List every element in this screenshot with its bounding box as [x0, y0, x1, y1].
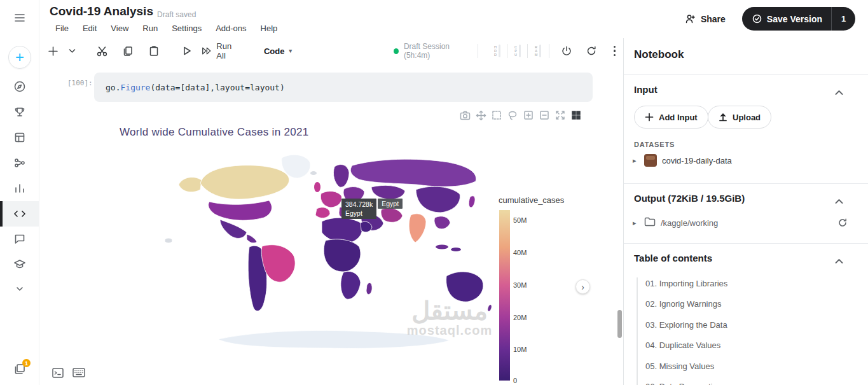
working-dir-row[interactable]: ▸ /kaggle/working [633, 217, 718, 229]
power-off-button[interactable] [557, 41, 577, 61]
add-cell-dropdown[interactable] [63, 41, 83, 61]
chevron-up-icon [835, 199, 843, 204]
ram-meter: RAM [532, 45, 544, 57]
hdd-label: HDD [493, 45, 497, 57]
colorbar-tick-20m: 20M [513, 314, 527, 321]
session-status[interactable]: Draft Session (5h:4m) [394, 42, 470, 60]
plus-icon: + [8, 46, 31, 69]
code-cell-input[interactable]: go.Figure(data=[data],layout=layout) [94, 73, 593, 102]
plotly-modebar [459, 109, 582, 121]
menu-file[interactable]: File [48, 22, 76, 35]
collapse-panel-button[interactable]: › [575, 279, 590, 294]
menu-view[interactable]: View [104, 22, 135, 35]
cell-type-select[interactable]: Code ▾ [258, 43, 298, 60]
sidebar-item-home[interactable] [0, 74, 39, 99]
share-person-icon [685, 13, 696, 24]
sidebar-item-discussions[interactable] [0, 226, 39, 251]
box-select-icon[interactable] [491, 109, 502, 121]
chevron-up-icon [835, 90, 843, 95]
menubar: File Edit View Run Settings Add-ons Help [48, 22, 284, 35]
input-collapse-button[interactable] [835, 87, 844, 93]
left-rail: + 1 [0, 0, 39, 385]
sidebar-item-code[interactable] [0, 201, 39, 227]
copy-cell-button[interactable] [118, 41, 138, 61]
code-token-args: (data=[data],layout=layout) [150, 83, 284, 92]
add-cell-button[interactable] [43, 41, 63, 61]
toc-item-5[interactable]: 05. Missing Values [645, 360, 727, 373]
paste-cell-button[interactable] [144, 41, 163, 61]
upload-label: Upload [733, 113, 761, 122]
add-input-button[interactable]: Add Input [634, 106, 708, 129]
sidebar-item-learn[interactable] [0, 251, 39, 277]
lasso-select-icon[interactable] [507, 109, 518, 121]
run-all-label: Run All [216, 41, 240, 60]
zoom-out-icon[interactable] [539, 109, 550, 121]
hamburger-menu-icon[interactable] [0, 5, 39, 31]
colorbar-tick-10m: 10M [513, 346, 527, 353]
toc-item-4[interactable]: 04. Duplicate Values [645, 339, 727, 352]
menu-add-ons[interactable]: Add-ons [209, 22, 253, 35]
pan-icon[interactable] [475, 109, 486, 121]
notebook-toolbar: Run All Code ▾ Draft Session (5h:4m) HDD… [39, 38, 623, 64]
sidebar-item-competitions[interactable] [0, 99, 39, 125]
colorbar-title: cumulative_cases [499, 195, 564, 205]
versions-badge: 1 [22, 359, 31, 367]
menu-help[interactable]: Help [254, 22, 285, 35]
toc-item-2[interactable]: 02. Ignorig Warnings [645, 298, 727, 311]
add-input-label: Add Input [659, 113, 698, 122]
save-version-label: Save Version [767, 14, 822, 24]
compass-icon [13, 80, 26, 93]
choropleth-map[interactable] [162, 151, 493, 361]
menu-edit[interactable]: Edit [76, 22, 104, 35]
menu-settings[interactable]: Settings [165, 22, 209, 35]
reset-axes-icon[interactable] [570, 109, 582, 121]
share-label: Share [701, 14, 726, 24]
console-icon[interactable] [52, 368, 64, 378]
graduation-cap-icon [13, 258, 26, 270]
sidebar-item-versions[interactable]: 1 [0, 356, 39, 382]
ram-label: RAM [534, 45, 538, 57]
toc-item-1[interactable]: 01. Importing Libraries [645, 277, 727, 290]
save-version-button[interactable]: Save Version 1 [742, 7, 855, 31]
run-cell-button[interactable] [177, 41, 197, 61]
tooltip-label-box: Egypt [378, 199, 403, 209]
zoom-in-icon[interactable] [523, 109, 534, 121]
sidebar-item-benchmarks[interactable] [0, 176, 39, 201]
refresh-output-button[interactable] [837, 218, 848, 230]
execution-count: [100]: [67, 79, 93, 87]
hdd-meter: HDD [491, 45, 503, 57]
create-button[interactable]: + [0, 45, 39, 70]
menu-run[interactable]: Run [135, 22, 165, 35]
session-label: Draft Session (5h:4m) [404, 42, 470, 60]
expander-icon[interactable]: ▸ [633, 219, 639, 227]
dataset-row[interactable]: ▸ covid-19-daily-data [633, 154, 732, 167]
sidebar-more-button[interactable] [0, 276, 39, 302]
upload-button[interactable]: Upload [708, 106, 771, 129]
share-button[interactable]: Share [680, 10, 731, 28]
colorbar-tick-30m: 30M [513, 281, 527, 289]
restart-session-button[interactable] [582, 41, 602, 61]
cut-cell-button[interactable] [92, 41, 112, 61]
bar-chart-icon [13, 182, 26, 195]
autoscale-icon[interactable] [555, 109, 566, 121]
sidebar-item-models[interactable] [0, 150, 39, 176]
toc-item-6[interactable]: 06. Data Preparation [645, 381, 727, 385]
sidebar-item-datasets[interactable] [0, 125, 39, 150]
toolbar-more-menu[interactable] [606, 46, 623, 57]
ram-gauge [539, 45, 541, 57]
toc-item-3[interactable]: 03. Exploring the Data [645, 319, 727, 332]
hdd-gauge [499, 45, 500, 57]
toc-section-header: Table of contents [634, 253, 712, 263]
expander-icon[interactable]: ▸ [633, 157, 639, 165]
toc-collapse-button[interactable] [835, 255, 844, 262]
output-collapse-button[interactable] [835, 195, 844, 202]
kaggle-notebook-app: + 1 [0, 0, 868, 385]
keyboard-icon[interactable] [72, 368, 85, 377]
chat-bubble-icon [13, 232, 26, 245]
download-plot-icon[interactable] [459, 109, 471, 121]
version-count-badge[interactable]: 1 [831, 7, 855, 31]
run-all-button[interactable]: Run All [196, 41, 245, 60]
cpu-label: CPU [514, 45, 518, 57]
header: Covid-19 Analysis Draft saved File Edit … [39, 0, 868, 38]
notebook-scrollbar[interactable] [617, 310, 622, 338]
